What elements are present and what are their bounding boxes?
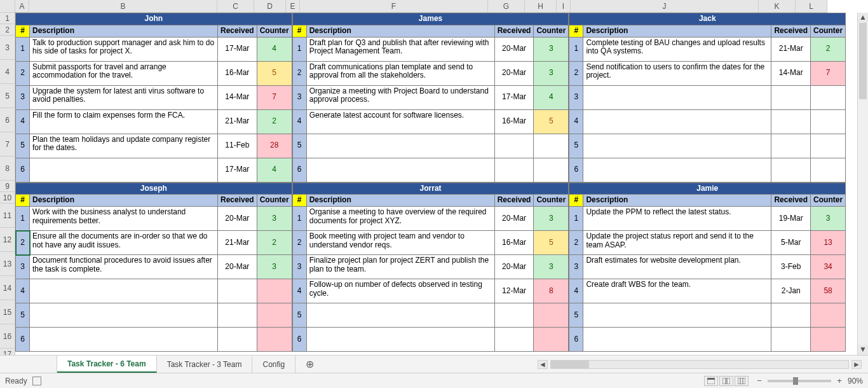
task-number[interactable]: 5 xyxy=(16,134,30,158)
task-description[interactable] xyxy=(583,109,771,134)
task-counter[interactable]: 2 xyxy=(257,109,292,134)
task-description[interactable]: Organize a meeting with Project Board to… xyxy=(306,85,494,109)
task-description[interactable]: Organise a meeting to have overview of t… xyxy=(306,207,494,231)
task-received[interactable]: 17-Mar xyxy=(218,158,257,182)
task-received[interactable]: 17-Mar xyxy=(218,37,257,61)
task-received[interactable]: 14-Mar xyxy=(771,61,811,85)
task-description[interactable] xyxy=(306,303,494,328)
sheet-tab[interactable]: Config xyxy=(252,356,295,373)
task-received[interactable] xyxy=(218,328,257,352)
horizontal-scrollbar[interactable]: ◄ ► xyxy=(538,360,868,369)
task-counter[interactable] xyxy=(534,303,569,328)
task-number[interactable]: 1 xyxy=(16,207,30,231)
task-received[interactable]: 20-Mar xyxy=(218,255,257,279)
task-received[interactable] xyxy=(771,85,811,109)
task-number[interactable]: 1 xyxy=(292,37,306,61)
row-header-12[interactable]: 12 xyxy=(0,228,15,252)
task-number[interactable]: 3 xyxy=(569,85,583,109)
view-page-layout-button[interactable] xyxy=(719,376,733,386)
task-description[interactable]: Book meeting with project team and vendo… xyxy=(306,231,494,255)
new-sheet-button[interactable]: ⊕ xyxy=(295,356,316,373)
task-counter[interactable]: 3 xyxy=(534,207,569,231)
column-header-A[interactable]: A xyxy=(15,0,29,13)
task-counter[interactable]: 7 xyxy=(811,61,846,85)
task-description[interactable]: Draft plan for Q3 and publish that after… xyxy=(306,37,494,61)
task-counter[interactable] xyxy=(811,85,846,109)
task-counter[interactable]: 4 xyxy=(534,85,569,109)
task-description[interactable] xyxy=(30,158,218,182)
row-header-5[interactable]: 5 xyxy=(0,84,15,108)
task-counter[interactable]: 3 xyxy=(811,207,846,231)
task-received[interactable]: 21-Mar xyxy=(771,37,811,61)
row-header-14[interactable]: 14 xyxy=(0,276,15,300)
task-number[interactable]: 1 xyxy=(569,37,583,61)
task-description[interactable]: Work with the business analyst to unders… xyxy=(30,207,218,231)
task-description[interactable] xyxy=(583,328,771,352)
task-counter[interactable] xyxy=(811,303,846,328)
task-description[interactable]: Finalize project plan for project ZERT a… xyxy=(306,255,494,279)
row-header-8[interactable]: 8 xyxy=(0,156,15,181)
task-description[interactable] xyxy=(30,279,218,303)
task-number[interactable]: 1 xyxy=(569,207,583,231)
row-header-4[interactable]: 4 xyxy=(0,60,15,84)
task-received[interactable] xyxy=(494,158,534,182)
row-header-3[interactable]: 3 xyxy=(0,36,15,60)
task-number[interactable]: 2 xyxy=(16,61,30,85)
task-received[interactable]: 2-Jan xyxy=(771,279,811,303)
column-header-B[interactable]: B xyxy=(29,0,217,13)
task-number[interactable]: 4 xyxy=(16,279,30,303)
task-description[interactable]: Draft communications plan template and s… xyxy=(306,61,494,85)
task-number[interactable]: 3 xyxy=(16,255,30,279)
task-number[interactable]: 1 xyxy=(16,37,30,61)
zoom-in-button[interactable]: + xyxy=(835,376,844,385)
task-number[interactable]: 2 xyxy=(16,231,30,255)
zoom-slider[interactable] xyxy=(768,380,831,382)
task-counter[interactable] xyxy=(811,158,846,182)
task-counter[interactable] xyxy=(534,134,569,158)
task-counter[interactable]: 3 xyxy=(534,37,569,61)
task-counter[interactable] xyxy=(811,328,846,352)
column-header-E[interactable]: E xyxy=(286,0,300,13)
column-header-I[interactable]: I xyxy=(557,0,571,13)
column-header-K[interactable]: K xyxy=(759,0,796,13)
task-description[interactable]: Update the PPM to reflect the latest sta… xyxy=(583,207,771,231)
task-description[interactable] xyxy=(30,328,218,352)
task-counter[interactable]: 3 xyxy=(534,255,569,279)
task-description[interactable]: Plan the team holidays and update compan… xyxy=(30,134,218,158)
task-description[interactable]: Fill the form to claim expenses form the… xyxy=(30,109,218,134)
task-description[interactable]: Ensure all the documents are in-order so… xyxy=(30,231,218,255)
task-counter[interactable] xyxy=(534,158,569,182)
task-description[interactable]: Document functional procedures to avoid … xyxy=(30,255,218,279)
task-counter[interactable]: 4 xyxy=(257,158,292,182)
task-counter[interactable] xyxy=(257,303,292,328)
task-description[interactable]: Complete testing of BAU changes and uplo… xyxy=(583,37,771,61)
task-number[interactable]: 4 xyxy=(569,109,583,134)
task-received[interactable]: 20-Mar xyxy=(494,255,534,279)
task-description[interactable] xyxy=(306,158,494,182)
macro-record-icon[interactable] xyxy=(32,377,41,385)
column-header-H[interactable]: H xyxy=(525,0,557,13)
row-header-7[interactable]: 7 xyxy=(0,132,15,156)
task-description[interactable]: Update the project status report and sen… xyxy=(583,231,771,255)
task-number[interactable]: 3 xyxy=(292,85,306,109)
column-header-L[interactable]: L xyxy=(796,0,827,13)
task-received[interactable] xyxy=(771,109,811,134)
task-description[interactable]: Talk to production support manager and a… xyxy=(30,37,218,61)
task-counter[interactable] xyxy=(811,134,846,158)
task-received[interactable] xyxy=(218,303,257,328)
row-header-1[interactable]: 1 xyxy=(0,13,15,24)
task-received[interactable]: 16-Mar xyxy=(494,109,534,134)
task-counter[interactable]: 2 xyxy=(257,231,292,255)
task-received[interactable]: 11-Feb xyxy=(218,134,257,158)
task-number[interactable]: 6 xyxy=(16,158,30,182)
task-counter[interactable]: 8 xyxy=(534,279,569,303)
row-header-13[interactable]: 13 xyxy=(0,252,15,276)
task-counter[interactable] xyxy=(257,328,292,352)
column-header-D[interactable]: D xyxy=(254,0,286,13)
select-all-corner[interactable] xyxy=(0,0,15,13)
sheet-tab[interactable]: Task Tracker - 3 Team xyxy=(157,356,253,373)
task-received[interactable] xyxy=(218,279,257,303)
task-counter[interactable]: 34 xyxy=(811,255,846,279)
task-counter[interactable]: 28 xyxy=(257,134,292,158)
task-received[interactable]: 21-Mar xyxy=(218,109,257,134)
